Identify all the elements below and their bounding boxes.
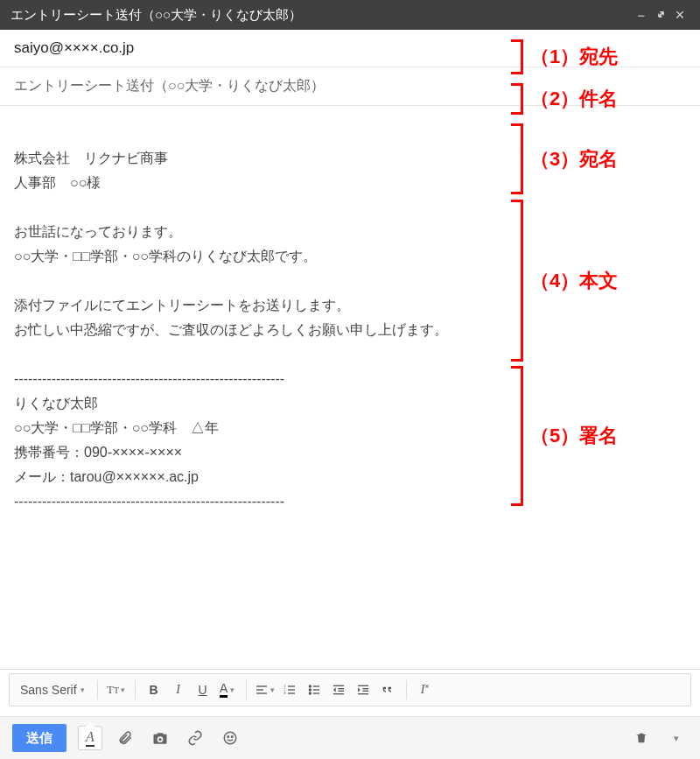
svg-point-13 [309,692,311,694]
separator [97,680,98,699]
paperclip-icon [117,730,133,746]
chevron-down-icon: ▾ [230,685,234,694]
format-toggle-button[interactable]: A [79,727,102,749]
separator [135,680,136,699]
minimize-button[interactable]: − [632,8,651,23]
to-value: saiyo@××××.co.jp [14,39,134,56]
maximize-button[interactable] [651,8,670,23]
separator [246,680,247,699]
font-family-select[interactable]: Sans Serif ▾ [15,683,90,697]
chevron-down-icon: ▾ [121,685,125,694]
indent-more-button[interactable] [352,678,374,701]
svg-point-23 [224,732,236,744]
clear-format-button[interactable]: I× [414,678,437,701]
svg-point-9 [309,685,311,687]
email-body-text: 株式会社 リクナビ商事 人事部 ○○様 お世話になっております。 ○○大学・□□… [14,151,448,509]
italic-button[interactable]: I [167,678,190,701]
indent-less-button[interactable] [327,678,350,701]
svg-point-11 [309,689,311,691]
discard-draft-button[interactable] [630,727,653,749]
svg-text:3: 3 [284,691,286,695]
insert-emoji-button[interactable] [219,727,242,749]
blockquote-button[interactable] [376,678,399,701]
window-titlebar: エントリーシート送付（○○大学・りくなび太郎） − × [0,0,700,30]
email-body[interactable]: 株式会社 リクナビ商事 人事部 ○○様 お世話になっております。 ○○大学・□□… [0,106,700,720]
chevron-down-icon: ▾ [80,685,85,694]
svg-point-25 [232,736,234,738]
close-button[interactable]: × [670,6,690,25]
bulleted-list-button[interactable] [303,678,326,701]
smile-icon [222,730,238,746]
font-size-button[interactable]: TT▾ [105,678,128,701]
format-toolbar: Sans Serif ▾ TT▾ B I U A▾ ▾ 123 I× [9,673,691,706]
chevron-down-icon: ▾ [270,685,275,694]
subject-value: エントリーシート送付（○○大学・りくなび太郎） [14,78,325,93]
subject-field[interactable]: エントリーシート送付（○○大学・りくなび太郎） [0,67,700,106]
link-icon [187,730,203,746]
numbered-list-button[interactable]: 123 [278,678,301,701]
underline-button[interactable]: U [192,678,214,701]
trash-icon [634,731,648,745]
to-field[interactable]: saiyo@××××.co.jp [0,30,700,67]
window-title: エントリーシート送付（○○大学・りくなび太郎） [10,7,632,24]
bottom-toolbar: 送信 A ▾ [0,716,700,759]
bold-button[interactable]: B [143,678,165,701]
chevron-down-icon: ▾ [674,733,679,744]
camera-icon [151,729,169,747]
separator [406,680,407,699]
format-toolbar-container: Sans Serif ▾ TT▾ B I U A▾ ▾ 123 I× [0,669,700,716]
text-color-button[interactable]: A▾ [216,678,239,701]
font-family-label: Sans Serif [20,683,77,697]
insert-photo-button[interactable] [149,727,172,749]
send-button[interactable]: 送信 [12,724,66,752]
more-options-button[interactable]: ▾ [665,727,688,749]
svg-point-24 [228,736,229,738]
attach-file-button[interactable] [114,727,136,749]
align-button[interactable]: ▾ [254,678,276,701]
insert-link-button[interactable] [184,727,206,749]
